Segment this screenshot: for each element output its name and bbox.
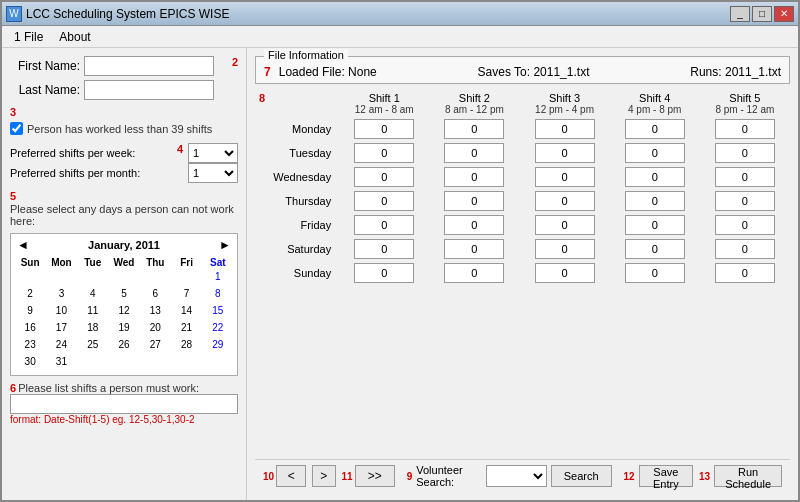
cell-sunday-shift-3[interactable]: [535, 263, 595, 283]
cal-day-31[interactable]: 31: [46, 355, 76, 371]
cell-saturday-shift-1[interactable]: [354, 239, 414, 259]
cal-day-4[interactable]: 4: [78, 287, 108, 303]
cell-sunday-shift-1[interactable]: [354, 263, 414, 283]
cal-day-30[interactable]: 30: [15, 355, 45, 371]
window-title: LCC Scheduling System EPICS WISE: [26, 7, 229, 21]
cell-friday-shift-1[interactable]: [354, 215, 414, 235]
menu-about[interactable]: About: [51, 28, 98, 46]
last-name-input[interactable]: [84, 80, 214, 100]
cell-thursday-shift-3[interactable]: [535, 191, 595, 211]
skip-button[interactable]: >>: [355, 465, 395, 487]
cell-thursday-shift-4[interactable]: [625, 191, 685, 211]
no-work-label: Please select any days a person can not …: [10, 203, 238, 227]
cell-friday-shift-3[interactable]: [535, 215, 595, 235]
cell-saturday-shift-5[interactable]: [715, 239, 775, 259]
cal-prev-button[interactable]: ◄: [15, 238, 31, 252]
search-button[interactable]: Search: [551, 465, 612, 487]
cell-thursday-shift-1[interactable]: [354, 191, 414, 211]
cal-day-17[interactable]: 17: [46, 321, 76, 337]
cell-monday-shift-2[interactable]: [444, 119, 504, 139]
badge-7: 7: [264, 65, 271, 79]
cell-tuesday-shift-5[interactable]: [715, 143, 775, 163]
cell-saturday-shift-3[interactable]: [535, 239, 595, 259]
cell-friday-shift-4[interactable]: [625, 215, 685, 235]
format-label: format: Date-Shift(1-5) eg. 12-5,30-1,30…: [10, 414, 238, 425]
cal-day-22[interactable]: 22: [203, 321, 233, 337]
cell-tuesday-shift-1[interactable]: [354, 143, 414, 163]
cell-tuesday-shift-4[interactable]: [625, 143, 685, 163]
run-schedule-button[interactable]: Run Schedule: [714, 465, 782, 487]
cal-day-29[interactable]: 29: [203, 338, 233, 354]
cal-day-25[interactable]: 25: [78, 338, 108, 354]
volunteer-dropdown[interactable]: [486, 465, 547, 487]
cell-monday-shift-1[interactable]: [354, 119, 414, 139]
next-button[interactable]: >: [312, 465, 335, 487]
cal-day-1[interactable]: 1: [203, 270, 233, 286]
cell-wednesday-shift-4[interactable]: [625, 167, 685, 187]
shift-3-name: Shift 3: [523, 92, 605, 104]
cal-day-10[interactable]: 10: [46, 304, 76, 320]
menu-file[interactable]: 1 File: [6, 28, 51, 46]
cal-day-19[interactable]: 19: [109, 321, 139, 337]
cell-sunday-shift-4[interactable]: [625, 263, 685, 283]
preferred-week-select[interactable]: 12345: [188, 143, 238, 163]
minimize-button[interactable]: _: [730, 6, 750, 22]
file-info-box: File Information 7 Loaded File: None Sav…: [255, 56, 790, 84]
cal-day-26[interactable]: 26: [109, 338, 139, 354]
cell-thursday-shift-5[interactable]: [715, 191, 775, 211]
cal-day-24[interactable]: 24: [46, 338, 76, 354]
cell-tuesday-shift-3[interactable]: [535, 143, 595, 163]
cell-friday-shift-2[interactable]: [444, 215, 504, 235]
cal-day-15[interactable]: 15: [203, 304, 233, 320]
cal-day-16[interactable]: 16: [15, 321, 45, 337]
cal-day-11[interactable]: 11: [78, 304, 108, 320]
worked-shifts-checkbox[interactable]: [10, 122, 23, 135]
cal-day-27[interactable]: 27: [140, 338, 170, 354]
cal-day-21[interactable]: 21: [171, 321, 201, 337]
maximize-button[interactable]: □: [752, 6, 772, 22]
cell-friday-shift-5[interactable]: [715, 215, 775, 235]
cell-saturday-shift-2[interactable]: [444, 239, 504, 259]
shift-2-time: 8 am - 12 pm: [433, 104, 515, 115]
cal-day-23[interactable]: 23: [15, 338, 45, 354]
cal-day-empty-10: [171, 355, 201, 371]
cell-sunday-shift-5[interactable]: [715, 263, 775, 283]
cell-thursday-shift-2[interactable]: [444, 191, 504, 211]
cal-day-28[interactable]: 28: [171, 338, 201, 354]
cal-day-8[interactable]: 8: [203, 287, 233, 303]
must-work-input[interactable]: [10, 394, 238, 414]
cell-wednesday-shift-1[interactable]: [354, 167, 414, 187]
prev-button[interactable]: <: [276, 465, 306, 487]
first-name-input[interactable]: [84, 56, 214, 76]
cal-day-3[interactable]: 3: [46, 287, 76, 303]
preferred-month-select[interactable]: 12345: [188, 163, 238, 183]
cal-next-button[interactable]: ►: [217, 238, 233, 252]
cell-tuesday-shift-2[interactable]: [444, 143, 504, 163]
cal-day-9[interactable]: 9: [15, 304, 45, 320]
cell-wednesday-shift-2[interactable]: [444, 167, 504, 187]
shift-5-time: 8 pm - 12 am: [704, 104, 786, 115]
right-panel: File Information 7 Loaded File: None Sav…: [247, 48, 798, 500]
cell-monday-shift-5[interactable]: [715, 119, 775, 139]
cal-day-13[interactable]: 13: [140, 304, 170, 320]
last-name-row: Last Name:: [10, 80, 238, 100]
cell-monday-shift-4[interactable]: [625, 119, 685, 139]
cell-monday-shift-3[interactable]: [535, 119, 595, 139]
cell-wednesday-shift-3[interactable]: [535, 167, 595, 187]
badge-12: 12: [624, 471, 635, 482]
cal-day-6[interactable]: 6: [140, 287, 170, 303]
schedule-table: 8 Shift 1 12 am - 8 am Shift 2 8 am - 12…: [255, 90, 790, 285]
cell-saturday-shift-4[interactable]: [625, 239, 685, 259]
cal-day-7[interactable]: 7: [171, 287, 201, 303]
cal-day-14[interactable]: 14: [171, 304, 201, 320]
cell-sunday-shift-2[interactable]: [444, 263, 504, 283]
cal-day-20[interactable]: 20: [140, 321, 170, 337]
cal-day-2[interactable]: 2: [15, 287, 45, 303]
close-button[interactable]: ✕: [774, 6, 794, 22]
cal-day-12[interactable]: 12: [109, 304, 139, 320]
cell-wednesday-shift-5[interactable]: [715, 167, 775, 187]
cal-day-5[interactable]: 5: [109, 287, 139, 303]
save-entry-button[interactable]: Save Entry: [639, 465, 693, 487]
badge-3: 3: [10, 106, 238, 118]
cal-day-18[interactable]: 18: [78, 321, 108, 337]
